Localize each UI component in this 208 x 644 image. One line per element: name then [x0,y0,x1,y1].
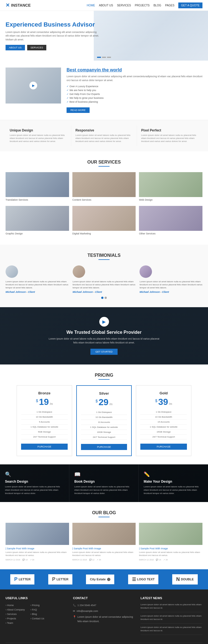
footer-link-contact[interactable]: Contact Us [32,617,44,620]
latest-news-heading: LATEST NEWS [141,596,202,600]
service-card-3[interactable]: Web Design [139,172,202,203]
footer-link-pricing[interactable]: Pricing [32,604,40,607]
footer-link-team[interactable]: Team [7,622,13,624]
contact-heading: CONTACT [73,596,135,600]
pricing-section: PRICING Bronze $ 19 /m 1 Gb Diskspace 10… [0,364,208,464]
pricing-features-gold: 1 Gb Diskspace 10 Gb Bandwidth 15 Accoun… [140,410,187,439]
about-image: ▶ [6,68,61,104]
purchase-bronze-button[interactable]: PURCHASE [21,444,68,450]
testimonial-text-3: Lorem ipsum dolor sit amet labore nulla … [139,280,202,289]
testimonial-pagination [6,297,202,299]
about-text: Best companyin the world Lorem ipsum dol… [67,68,202,113]
pricing-feature: 15 Accounts [140,420,187,425]
pricing-feature: 10 Gb Bandwidth [140,415,187,420]
service-image-3 [139,172,202,197]
feature-desc: Lorem ipsum dolor sit amet labore nulla … [141,134,198,143]
footer-link-blog[interactable]: Blog [32,613,37,615]
hero-bg [94,11,208,61]
blog-category-1: | Sample Post With Image [6,547,69,550]
pricing-feature: 10GB Storage [81,430,127,435]
phone-icon: 📞 [73,603,76,607]
services-divider [98,166,110,167]
purchase-gold-button[interactable]: PURCHASE [140,444,187,450]
partner-1: P LETTER [10,574,34,584]
testimonials-section: TESTIMONIALS Lorem ipsum dolor sit amet … [0,245,208,307]
footer-phone: 📞 1 234 5546 4547 [73,603,135,607]
footer-grid: USEFUL LINKS Home About Company Services… [6,596,202,637]
hero-section: Experienced Business Advisor Lorem ipsum… [0,11,208,61]
cta-icon: ▶ [99,317,109,327]
hero-title: Experienced Business Advisor [6,21,100,28]
blog-date-3: MARCH 12 2016 [139,559,154,561]
feature-title: Unique Design [10,128,67,132]
logo[interactable]: ✕ INSTANCE [6,2,31,8]
purchase-silver-button[interactable]: PURCHASE [81,444,127,450]
blog-image-2 [72,523,136,545]
footer-contact: CONTACT 📞 1 234 5546 4547 ✉ info@example… [73,596,135,637]
pricing-feature: 1 Gb Diskspace [140,410,187,415]
footer-news-items: Lorem ipsum dolor sit amet labore nulla … [141,603,202,635]
blog-meta-1: MARCH 12 2016 💬 14 ↗ 34 [6,559,69,561]
features-dark-section: 🔍 Search Design Lorem ipsum dolor sit am… [0,464,208,502]
testimonial-name-1: Michael Johnson - Client [6,291,69,293]
nav-about[interactable]: ABOUT US [99,4,113,7]
service-card-1[interactable]: Translation Services [6,172,69,203]
about-heading: Best companyin the world [67,68,202,73]
blog-card-3[interactable]: | Sample Post With Image Lorem ipsum dol… [139,523,202,561]
service-label-6: Other Services [139,231,202,236]
blog-title: OUR BLOG [6,510,202,515]
footer-link-services[interactable]: Services [7,613,17,615]
testimonial-dot-1[interactable] [101,297,103,299]
footer-link-home[interactable]: Home [7,604,14,607]
footer-useful-links: USEFUL LINKS Home About Company Services… [6,596,67,637]
service-card-5[interactable]: Digital Marketing [72,206,136,236]
feature-dark-title-1: Search Design [5,480,64,483]
cta-description: Lorem ipsum dolor sit amet labore nulla … [49,337,159,345]
service-label-3: Web Design [139,197,202,203]
blog-comments-1: 💬 14 [22,559,28,561]
pricing-tier-gold: Gold [140,391,187,395]
news-item-1: Lorem ipsum dolor sit amet labore nulla … [141,603,202,612]
service-card-4[interactable]: Graphic Design [6,206,69,236]
pricing-feature: 10 Gb Bandwidth [81,415,127,420]
nav-home[interactable]: HOME [87,4,95,7]
footer-links-col1: Home About Company Services Projects Tea… [6,603,25,625]
blog-image-1 [6,523,69,545]
hero-dot-1[interactable] [97,57,101,58]
service-card-6[interactable]: Other Services [139,206,202,236]
partner-icon-4: ☰ [132,577,136,582]
play-icon: ▶ [102,319,106,324]
pricing-feature: 24/7 Technical Support [81,435,127,440]
hero-dot-2[interactable] [102,57,106,58]
dollar-sign: $ [155,399,157,403]
blog-shares-2: ↗ 34 [97,559,101,561]
pricing-feature: 15GB Storage [140,430,187,434]
nav-blog[interactable]: BLOG [153,4,161,7]
price-amount: 19 [39,397,49,407]
hero-dot-3[interactable] [107,57,111,58]
nav-projects[interactable]: PROJECTS [135,4,149,7]
nav-services[interactable]: SERVICES [117,4,131,7]
testimonial-1: Lorem ipsum dolor sit amet labore nulla … [6,265,69,294]
footer-link-about[interactable]: About Company [7,608,25,611]
play-button[interactable]: ▶ [29,82,37,89]
pricing-feature: 1 SQL Database for website [81,425,127,430]
nav-pages[interactable]: PAGES [165,4,174,7]
blog-meta-2: MARCH 12 2016 💬 12 ↗ 34 [72,559,136,561]
get-started-button[interactable]: GET STARTED [90,349,118,355]
read-more-button[interactable]: READ MORE [67,107,90,113]
feature-item: We help to grow your business [67,96,202,100]
footer-link-faq[interactable]: FAQ [32,608,37,611]
pricing-feature: 1 Gb Diskspace [81,410,127,415]
service-card-2[interactable]: Content Services [72,172,136,203]
testimonials-title: TESTIMONIALS [6,253,202,258]
services-button[interactable]: SERVICES [27,45,46,50]
get-quote-button[interactable]: GET A QUOTE [178,2,202,8]
pricing-bronze: Bronze $ 19 /m 1 Gb Diskspace 10 Gb Band… [17,385,72,456]
blog-card-1[interactable]: | Sample Post With Image Lorem ipsum dol… [6,523,69,561]
blog-card-2[interactable]: | Sample Post With Image Lorem ipsum dol… [72,523,136,561]
footer-link-projects[interactable]: Projects [7,617,16,620]
testimonial-dot-2[interactable] [105,297,107,299]
about-section: ▶ Best companyin the world Lorem ipsum d… [0,61,208,120]
about-us-button[interactable]: ABOUT US [6,45,25,50]
